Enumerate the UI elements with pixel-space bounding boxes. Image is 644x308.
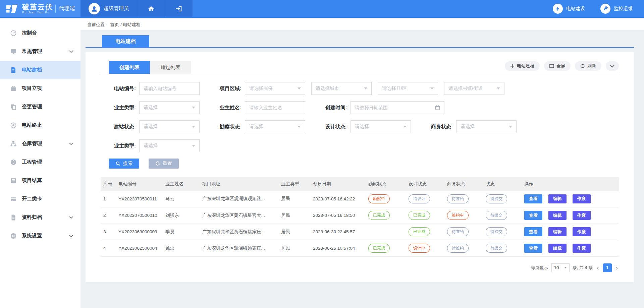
col-header-code: 电站编号	[116, 177, 163, 191]
nav-station-build[interactable]: 电站建设	[553, 4, 585, 14]
sidebar-item-engineering-mgmt[interactable]: 工程管理	[0, 153, 80, 171]
caret-down-icon	[509, 126, 512, 128]
logo-icon	[5, 2, 19, 15]
sidebar-item-console[interactable]: 控制台	[0, 24, 80, 42]
station-no-input-wrap	[139, 82, 200, 95]
owner-name-input[interactable]	[249, 105, 301, 110]
build-status-select[interactable]: 请选择	[139, 120, 200, 133]
sidebar-item-station-archive[interactable]: 电站建档	[0, 61, 80, 79]
filter-row-3: 建站状态: 请选择 勘察状态: 请选择 设计	[109, 120, 619, 133]
per-page-select[interactable]: 10	[551, 263, 570, 272]
owner-type-2-select[interactable]: 请选择	[139, 139, 200, 152]
nav-monitor-ops[interactable]: 监控运维	[600, 4, 633, 14]
view-button[interactable]: 查看	[524, 194, 542, 203]
card-icon	[10, 196, 17, 202]
sidebar-item-project-initiation[interactable]: 项目立项	[0, 79, 80, 98]
sidebar-item-system-settings[interactable]: 系统设置	[0, 227, 80, 245]
date-range-picker[interactable]	[351, 101, 444, 114]
business-status-badge: 待签约	[447, 227, 469, 236]
search-button[interactable]: 搜索	[109, 159, 139, 169]
app-root: 破茧云伏 Po Jian Yun Fu 代理端 超级管理员	[0, 0, 644, 308]
page-number-current[interactable]: 1	[603, 263, 612, 272]
button-label: 全屏	[556, 63, 565, 69]
survey-status-badge: 勘察中	[368, 194, 390, 203]
fullscreen-button[interactable]: 全屏	[544, 61, 571, 71]
col-header-index: 序号	[101, 177, 116, 191]
breadcrumb-prefix: 当前位置：	[87, 22, 109, 28]
tab-passed-list[interactable]: 通过列表	[150, 61, 191, 74]
breadcrumb: 当前位置： 首页 / 电站建档	[80, 19, 644, 30]
col-header-owner: 业主姓名	[163, 177, 200, 191]
chevron-down-icon	[69, 216, 73, 219]
chevron-down-icon	[69, 142, 73, 145]
button-label: 刷新	[587, 63, 596, 69]
create-station-button[interactable]: 电站建档	[505, 61, 540, 71]
business-status-select[interactable]: 请选择	[456, 120, 517, 133]
town-select[interactable]: 请选择村镇/街道	[444, 82, 504, 95]
cell-code: YX2023070500010	[116, 207, 163, 224]
next-page-button[interactable]: ›	[615, 264, 619, 271]
sidebar-item-data-archive[interactable]: 资料归档	[0, 208, 80, 227]
reset-button[interactable]: 重置	[149, 159, 179, 169]
col-header-created: 创建日期	[310, 177, 366, 191]
edit-button[interactable]: 编辑	[548, 227, 567, 236]
view-button[interactable]: 查看	[524, 227, 542, 236]
void-button[interactable]: 作废	[573, 194, 591, 203]
void-button[interactable]: 作废	[573, 244, 591, 253]
view-button[interactable]: 查看	[524, 244, 542, 253]
chevron-down-icon	[69, 235, 73, 237]
owner-type-select[interactable]: 请选择	[139, 101, 200, 114]
prev-page-button[interactable]: ‹	[596, 264, 600, 271]
filter-row-4: 业主类型: 请选择	[109, 139, 619, 152]
caret-down-icon	[497, 87, 500, 89]
logout-button[interactable]	[165, 0, 193, 17]
cell-type: 居民	[278, 191, 310, 207]
sidebar-item-change-mgmt[interactable]: 变更管理	[0, 98, 80, 116]
void-button[interactable]: 作废	[573, 211, 591, 220]
briefcase-icon	[10, 85, 17, 92]
edit-button[interactable]: 编辑	[548, 211, 567, 220]
logo-section: 破茧云伏 Po Jian Yun Fu 代理端	[0, 0, 80, 17]
caret-down-icon	[430, 87, 434, 89]
date-range-input[interactable]	[355, 105, 435, 110]
sidebar-item-warehouse-mgmt[interactable]: 仓库管理	[0, 134, 80, 153]
monitor-icon	[10, 48, 17, 55]
sidebar-item-label: 仓库管理	[22, 140, 42, 147]
city-select[interactable]: 请选择城市	[311, 82, 372, 95]
collapse-toolbar-button[interactable]	[606, 61, 619, 71]
page-tab-station-archive[interactable]: 电站建档	[102, 35, 149, 47]
select-placeholder: 请选择	[461, 124, 509, 130]
refresh-button[interactable]: 刷新	[575, 61, 601, 71]
void-button[interactable]: 作废	[573, 227, 591, 236]
table-row: 4 YX2023062500004 姚忠 广东深圳龙华区观澜镇姚家庄... 居民…	[101, 240, 619, 256]
business-status-badge: 待签约	[447, 244, 469, 253]
filter-create-time: 创建时间:	[320, 101, 444, 114]
sidebar-item-label: 变更管理	[22, 104, 42, 110]
tab-create-list[interactable]: 创建列表	[109, 61, 150, 74]
survey-status-select[interactable]: 请选择	[245, 120, 305, 133]
cell-code: YX2023063000009	[116, 224, 163, 240]
caret-down-icon	[192, 107, 195, 109]
sidebar-item-general-mgmt[interactable]: 常规管理	[0, 42, 80, 61]
button-label: 搜索	[123, 161, 132, 167]
sidebar-item-open-card[interactable]: 开二类卡	[0, 190, 80, 208]
field-label: 业主姓名:	[215, 105, 241, 111]
edit-button[interactable]: 编辑	[548, 244, 567, 253]
user-menu[interactable]: 超级管理员	[80, 0, 137, 17]
sidebar-item-project-settlement[interactable]: 项目结算	[0, 171, 80, 190]
col-header-type: 业主类型	[278, 177, 310, 191]
view-button[interactable]: 查看	[524, 211, 542, 220]
select-placeholder: 请选择	[144, 105, 192, 111]
field-label: 勘察状态:	[215, 124, 241, 130]
county-select[interactable]: 请选择县/区	[378, 82, 438, 95]
station-no-input[interactable]	[144, 86, 195, 91]
design-status-select[interactable]: 请选择	[351, 120, 411, 133]
home-button[interactable]	[137, 0, 165, 17]
breadcrumb-home-link[interactable]: 首页	[110, 22, 119, 28]
sidebar-item-station-termination[interactable]: 电站终止	[0, 116, 80, 134]
field-label: 业主类型:	[109, 105, 136, 111]
province-select[interactable]: 请选择省份	[245, 82, 305, 95]
sidebar-item-label: 资料归档	[22, 214, 42, 221]
edit-button[interactable]: 编辑	[548, 194, 567, 203]
status-badge: 待提交	[486, 194, 507, 203]
